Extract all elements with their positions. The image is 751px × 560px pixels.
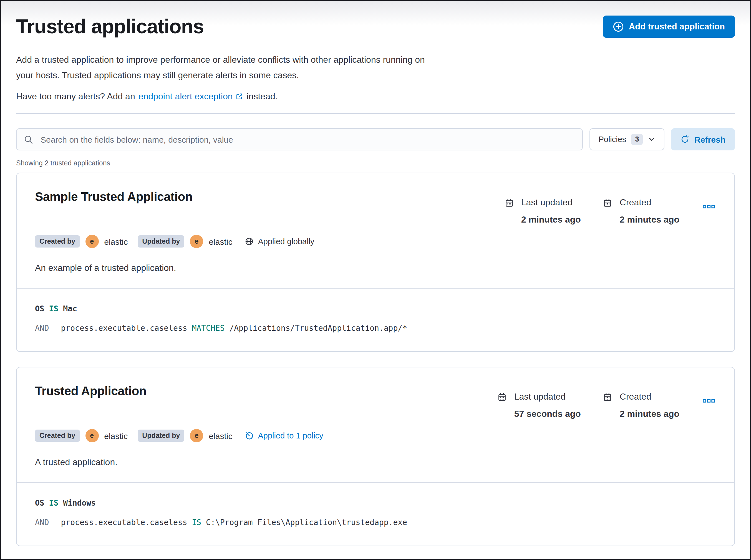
card-main-section: Trusted Application Last updated 57 seco… [17,367,734,482]
condition-os-line: OS IS Windows [35,497,716,508]
description-line-2: your hosts. Trusted applications may sti… [16,68,735,83]
refresh-button[interactable]: Refresh [671,128,735,151]
trusted-app-card: Sample Trusted Application Last updated … [16,173,735,352]
created-by-user: elastic [104,431,128,440]
avatar: e [85,429,99,442]
plus-in-circle-icon [613,21,624,32]
page-stage: Trusted applications Add trusted applica… [0,0,751,560]
last-updated-meta: Last updated 2 minutes ago [505,197,581,226]
condition-connector: AND [35,518,49,527]
updated-by-badge: Updated by [138,235,184,247]
condition-operator: IS [49,304,59,313]
last-updated-label: Last updated [514,391,581,403]
card-meta: Last updated 57 seconds ago Created 2 mi… [498,391,716,420]
card-actions-menu-button[interactable] [701,202,716,212]
avatar: e [85,235,99,248]
condition-expression: OS IS Mac AND process.executable.caseles… [17,288,734,351]
condition-expression: OS IS Windows AND process.executable.cas… [17,483,734,545]
card-header: Trusted Application Last updated 57 seco… [35,383,716,420]
calendar-icon [505,197,514,226]
trusted-app-card: Trusted Application Last updated 57 seco… [16,367,735,546]
card-description: An example of a trusted application. [35,261,716,275]
card-title: Sample Trusted Application [35,189,192,205]
boxes-horizontal-icon [703,204,715,209]
add-trusted-application-button[interactable]: Add trusted application [603,16,735,38]
card-description: A trusted application. [35,456,716,469]
created-meta: Created 2 minutes ago [603,391,679,420]
condition-value: Mac [63,304,77,313]
endpoint-alert-exception-link-label: endpoint alert exception [138,89,233,104]
alerts-hint-suffix: instead. [247,89,278,104]
refresh-label: Refresh [694,135,726,144]
card-title: Trusted Application [35,383,146,400]
avatar: e [190,235,203,248]
card-badges-row: Created by e elastic Updated by e elasti… [35,429,716,442]
condition-operator: IS [192,518,201,527]
card-meta: Last updated 2 minutes ago Created 2 min… [505,197,716,226]
condition-operator: MATCHES [192,324,225,333]
globe-icon [244,237,253,246]
scope-applied-globally: Applied globally [244,237,314,246]
endpoint-alert-exception-link[interactable]: endpoint alert exception [138,89,243,104]
applied-policy-link[interactable]: Applied to 1 policy [244,431,323,440]
calendar-icon [498,391,507,420]
card-main-section: Sample Trusted Application Last updated … [17,173,734,288]
created-by-badge: Created by [35,235,80,247]
condition-entry-line: AND process.executable.caseless MATCHES … [35,322,716,334]
search-icon [24,135,33,144]
avatar: e [190,429,203,442]
condition-operator: IS [49,498,59,507]
scope-label: Applied to 1 policy [258,431,323,440]
boxes-horizontal-icon [703,399,715,403]
created-label: Created [620,391,679,403]
created-meta: Created 2 minutes ago [603,197,679,226]
policies-filter-label: Policies [598,135,626,144]
condition-field: OS [35,304,44,313]
alerts-hint: Have too many alerts? Add an endpoint al… [16,89,735,104]
description-line-1: Add a trusted application to improve per… [16,52,735,68]
trusted-applications-page: Trusted applications Add trusted applica… [0,0,751,560]
updated-by-user: elastic [209,431,232,440]
created-by-badge: Created by [35,429,80,442]
results-count: Showing 2 trusted applications [16,159,735,167]
created-value: 2 minutes ago [620,214,679,226]
condition-value: /Applications/TrustedApplication.app/* [229,324,407,333]
created-by-user: elastic [104,237,128,246]
calendar-icon [603,197,613,226]
condition-value: Windows [63,498,96,507]
card-badges-row: Created by e elastic Updated by e elasti… [35,235,716,248]
condition-field: process.executable.caseless [61,324,187,333]
search-field[interactable] [16,128,583,151]
created-value: 2 minutes ago [620,408,679,420]
refresh-icon [680,135,689,144]
page-description: Add a trusted application to improve per… [16,52,735,83]
partial-circle-icon [244,431,253,440]
page-header: Trusted applications Add trusted applica… [16,15,735,39]
card-header: Sample Trusted Application Last updated … [35,189,716,226]
last-updated-meta: Last updated 57 seconds ago [498,391,581,420]
updated-by-badge: Updated by [138,429,184,442]
condition-entry-line: AND process.executable.caseless IS C:\Pr… [35,517,716,528]
created-label: Created [620,197,679,209]
condition-field: OS [35,498,44,507]
policies-count-badge: 3 [631,134,643,145]
scope-label: Applied globally [258,237,314,246]
last-updated-value: 2 minutes ago [521,214,581,226]
last-updated-value: 57 seconds ago [514,408,581,420]
condition-field: process.executable.caseless [61,518,187,527]
policies-filter-button[interactable]: Policies 3 [590,128,665,151]
add-button-label: Add trusted application [629,22,725,32]
header-divider [16,113,735,114]
search-input[interactable] [39,134,575,145]
updated-by-user: elastic [209,237,232,246]
page-title: Trusted applications [16,15,204,39]
condition-os-line: OS IS Mac [35,303,716,314]
condition-connector: AND [35,324,49,333]
chevron-down-icon [648,135,655,143]
external-link-icon [236,93,243,100]
toolbar: Policies 3 Refresh [16,128,735,151]
condition-value: C:\Program Files\Application\trustedapp.… [206,518,407,527]
card-actions-menu-button[interactable] [701,396,716,406]
calendar-icon [603,391,613,420]
alerts-hint-text: Have too many alerts? Add an [16,89,135,104]
